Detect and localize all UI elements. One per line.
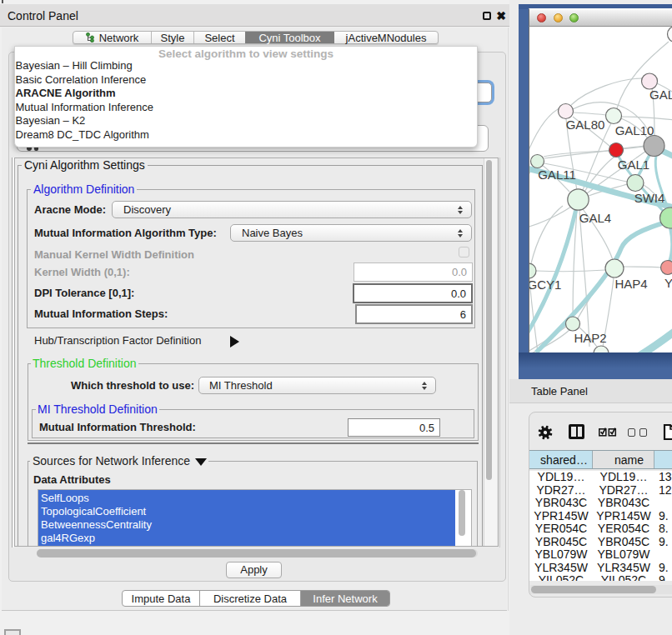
svg-text:GAL11: GAL11 [538,168,576,182]
svg-text:GAL: GAL [649,88,672,102]
svg-text:GAL10: GAL10 [615,123,654,138]
svg-text:SWI4: SWI4 [634,191,665,205]
svg-text:Y: Y [664,276,672,290]
svg-text:HAP2: HAP2 [574,331,606,345]
svg-text:GAL4: GAL4 [579,211,611,225]
svg-text:HAP4: HAP4 [614,277,647,291]
svg-text:GCY1: GCY1 [529,278,561,292]
svg-text:GAL80: GAL80 [566,118,605,132]
svg-text:GAL1: GAL1 [618,158,649,172]
